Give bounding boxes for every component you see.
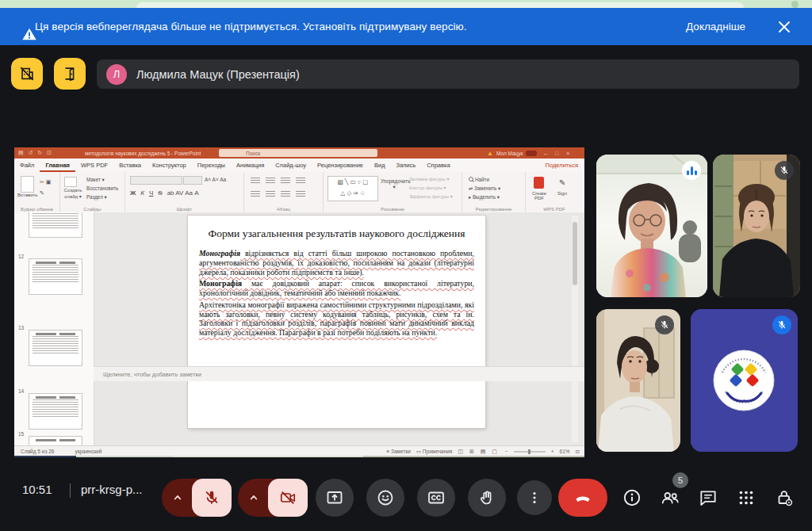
- replace-button[interactable]: ⇄ Заменить ▾: [469, 185, 500, 191]
- pp-slide-thumbnails-panel[interactable]: 12 13 14 15: [14, 212, 94, 445]
- pp-tab-transitions[interactable]: Переходы: [192, 159, 231, 172]
- italic-button[interactable]: К: [140, 189, 144, 197]
- pp-close-button[interactable]: ×: [566, 151, 569, 156]
- pp-minimize-button[interactable]: –: [544, 151, 547, 156]
- font-size-tools[interactable]: A˄ A˅ Aa: [205, 177, 226, 182]
- underline-button[interactable]: Ч: [149, 189, 153, 197]
- status-comments-button[interactable]: ▭ Примечания: [416, 449, 452, 455]
- no-room-button[interactable]: [11, 58, 43, 90]
- align-left-icon[interactable]: [251, 191, 260, 198]
- paste-icon[interactable]: [21, 176, 34, 193]
- participant-tile-speaker[interactable]: [596, 155, 707, 297]
- new-slide-label[interactable]: Создать слайд ▾: [63, 188, 83, 201]
- pp-tab-animations[interactable]: Анимация: [231, 159, 270, 172]
- zoom-slider-knob[interactable]: [528, 449, 530, 454]
- fit-to-window-button[interactable]: ⊡: [576, 449, 580, 455]
- reset-button[interactable]: Восстановить: [86, 185, 118, 191]
- pp-tab-file[interactable]: Файл: [14, 159, 40, 172]
- pp-tab-help[interactable]: Справка: [421, 159, 455, 172]
- status-notes-button[interactable]: ≡ Заметки: [386, 449, 410, 454]
- pp-tab-record[interactable]: Запись: [391, 159, 422, 172]
- create-pdf-label[interactable]: Create PDF: [527, 191, 551, 201]
- end-call-button[interactable]: [558, 479, 607, 517]
- status-view-icons[interactable]: ◫ ⊞ ▤ ▢: [458, 449, 500, 455]
- raise-hand-button[interactable]: [468, 479, 506, 517]
- new-slide-icon[interactable]: [64, 177, 77, 187]
- clipboard-mini-icons[interactable]: ✂ ▣ ✎: [40, 177, 56, 199]
- present-screen-button[interactable]: [316, 479, 354, 517]
- mic-chevron-up-icon[interactable]: [170, 490, 186, 506]
- meeting-details-button[interactable]: [622, 487, 642, 508]
- mic-toggle-button[interactable]: [192, 479, 232, 517]
- pp-tab-home[interactable]: Главная: [40, 159, 75, 172]
- strikethrough-button[interactable]: S: [158, 189, 162, 197]
- bold-button[interactable]: Ж: [130, 189, 136, 197]
- align-center-icon[interactable]: [266, 191, 275, 198]
- reactions-button[interactable]: [366, 479, 404, 517]
- participant-tile-2[interactable]: [713, 155, 800, 297]
- shape-fill-button[interactable]: Заливка фигуры ▾: [409, 176, 450, 181]
- paste-label[interactable]: Вставить: [17, 193, 37, 197]
- camera-chevron-up-icon[interactable]: [246, 490, 262, 506]
- numbering-icon[interactable]: [266, 178, 275, 185]
- pp-search-box[interactable]: Поиск: [219, 149, 377, 157]
- people-button[interactable]: [660, 487, 680, 508]
- zoom-slider[interactable]: [514, 451, 546, 453]
- thumbnail-partial[interactable]: [29, 212, 82, 238]
- shapes-gallery[interactable]: ▧ ╲ ▭ ○ ▢ △ ◇ ⇒ ☆: [327, 176, 378, 201]
- captions-button[interactable]: [417, 479, 455, 517]
- sign-icon[interactable]: ✎: [559, 178, 565, 187]
- pp-tab-wpspdf[interactable]: WPS PDF: [75, 159, 113, 172]
- participant-tile-3[interactable]: [596, 309, 680, 452]
- pp-tab-view[interactable]: Вид: [369, 159, 391, 172]
- thumbnail-15[interactable]: [29, 436, 82, 445]
- banner-close-icon[interactable]: [777, 20, 791, 34]
- participant-tile-logo[interactable]: [691, 309, 798, 452]
- pp-tab-review[interactable]: Рецензирование: [312, 159, 369, 172]
- door-button[interactable]: [54, 58, 86, 90]
- thumbnail-13[interactable]: [29, 330, 82, 366]
- bullets-icon[interactable]: [251, 178, 260, 185]
- activities-button[interactable]: [736, 487, 756, 508]
- sign-label[interactable]: Sign: [557, 191, 567, 196]
- pp-current-slide[interactable]: Форми узагальнення результатів наукового…: [188, 216, 485, 428]
- indent-icon[interactable]: [281, 178, 290, 185]
- banner-details-link[interactable]: Докладніше: [686, 21, 745, 32]
- pp-tab-slideshow[interactable]: Слайд-шоу: [270, 159, 312, 172]
- shape-effects-button[interactable]: Эффекты фигуры ▾: [409, 193, 453, 199]
- pp-tab-insert[interactable]: Вставка: [113, 159, 147, 172]
- align-right-icon[interactable]: [281, 191, 290, 198]
- shape-outline-button[interactable]: Контур фигуры ▾: [409, 185, 446, 190]
- section-button[interactable]: Раздел ▾: [86, 194, 107, 200]
- justify-icon[interactable]: [296, 191, 305, 198]
- zoom-out-button[interactable]: −: [505, 449, 508, 454]
- camera-toggle-button[interactable]: [268, 479, 308, 517]
- chat-button[interactable]: [698, 487, 718, 508]
- scrollbar-thumb[interactable]: [573, 222, 577, 285]
- status-zoom-level[interactable]: 61%: [560, 449, 570, 454]
- host-controls-button[interactable]: [774, 487, 795, 508]
- mic-options-pill[interactable]: [162, 479, 232, 517]
- create-pdf-icon[interactable]: [534, 177, 544, 189]
- font-extra-buttons[interactable]: ab AV Aa А: [167, 189, 199, 197]
- pp-tab-design[interactable]: Конструктор: [147, 159, 192, 172]
- thumbnail-14[interactable]: [29, 393, 82, 430]
- font-name-box[interactable]: [130, 176, 182, 185]
- select-button[interactable]: ▸ Выделить ▾: [469, 194, 500, 200]
- layout-button[interactable]: Макет ▾: [86, 177, 105, 182]
- zoom-in-button[interactable]: +: [551, 449, 554, 454]
- arrange-button[interactable]: Упорядочить ▾: [381, 178, 408, 189]
- pp-quick-access-toolbar[interactable]: ▤ ↺ ↻ ⊡: [18, 150, 53, 156]
- font-size-box[interactable]: [183, 176, 202, 185]
- pp-vertical-scrollbar[interactable]: [572, 216, 578, 442]
- pp-notes-pane[interactable]: Щелкните, чтобы добавить заметки: [94, 366, 584, 381]
- thumbnail-12[interactable]: [29, 258, 82, 295]
- presenter-bar[interactable]: Л Людмила Мацук (Презентація): [97, 59, 799, 89]
- pp-share-button[interactable]: Поделиться: [546, 162, 578, 169]
- shared-screen-powerpoint[interactable]: ▤ ↺ ↻ ⊡ методологія наукових досліджень …: [14, 147, 584, 456]
- line-spacing-icon[interactable]: [296, 178, 305, 185]
- status-language[interactable]: украинский: [75, 449, 102, 454]
- more-options-button[interactable]: [517, 480, 552, 515]
- pp-restore-button[interactable]: □: [555, 151, 558, 156]
- camera-options-pill[interactable]: [238, 479, 308, 517]
